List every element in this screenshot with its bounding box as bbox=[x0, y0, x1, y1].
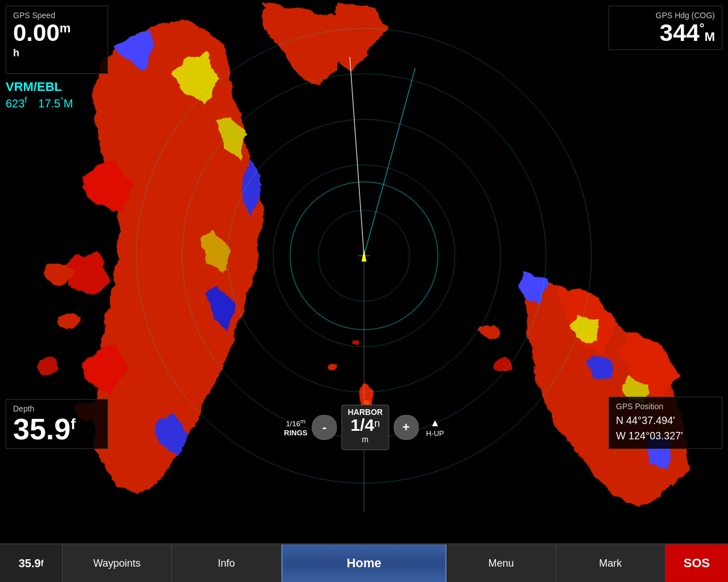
depth-label: Depth bbox=[13, 404, 101, 413]
scale-center: HARBOR 1/4nm bbox=[341, 405, 388, 450]
gps-hdg-value: 344°M bbox=[616, 21, 715, 45]
info-button[interactable]: Info bbox=[172, 544, 281, 582]
range-increase-button[interactable]: + bbox=[394, 415, 419, 440]
sos-button[interactable]: SOS bbox=[665, 544, 728, 582]
gps-speed-box: GPS Speed 0.00mh bbox=[6, 6, 108, 74]
vrm-ebl-title: VRM/EBL bbox=[6, 80, 73, 94]
menu-button[interactable]: Menu bbox=[446, 544, 556, 582]
home-button[interactable]: Home bbox=[282, 544, 447, 582]
svg-point-13 bbox=[57, 310, 80, 327]
depth-value: 35.9f bbox=[13, 414, 101, 444]
svg-point-14 bbox=[35, 356, 56, 372]
range-decrease-button[interactable]: - bbox=[312, 415, 337, 440]
gps-speed-label: GPS Speed bbox=[13, 11, 101, 20]
toolbar: 35.9f Waypoints Info Home Menu Mark SOS bbox=[0, 543, 728, 582]
waypoints-button[interactable]: Waypoints bbox=[63, 544, 172, 582]
vrm-distance: 623f bbox=[6, 95, 27, 110]
rings-label: 1/16m RINGS bbox=[284, 418, 307, 436]
gps-speed-value: 0.00mh bbox=[13, 21, 101, 69]
mark-button[interactable]: Mark bbox=[556, 544, 665, 582]
svg-point-33 bbox=[349, 338, 356, 344]
svg-point-29 bbox=[492, 358, 509, 369]
depth-box: Depth 35.9f bbox=[6, 399, 108, 449]
gps-hdg-label: GPS Hdg (COG) bbox=[616, 11, 715, 20]
vrm-angle: 17.5°M bbox=[38, 95, 73, 110]
vrm-ebl-box: VRM/EBL 623f 17.5°M bbox=[6, 80, 73, 110]
svg-point-32 bbox=[325, 360, 334, 367]
svg-point-12 bbox=[43, 263, 71, 283]
gps-hdg-box: GPS Hdg (COG) 344°M bbox=[609, 6, 722, 50]
radar-display: GPS Speed 0.00mh GPS Hdg (COG) 344°M VRM… bbox=[0, 0, 728, 512]
gps-lat: N 44°37.494' bbox=[616, 413, 715, 429]
gps-position-box: GPS Position N 44°37.494' W 124°03.327' bbox=[609, 397, 722, 449]
depth-toolbar-button[interactable]: 35.9f bbox=[0, 544, 63, 582]
orientation-label: ▲ H-UP bbox=[426, 417, 444, 438]
gps-lon: W 124°03.327' bbox=[616, 429, 715, 444]
gps-position-label: GPS Position bbox=[616, 402, 715, 411]
scale-controls: 1/16m RINGS - HARBOR 1/4nm + ▲ H-UP bbox=[284, 405, 444, 450]
